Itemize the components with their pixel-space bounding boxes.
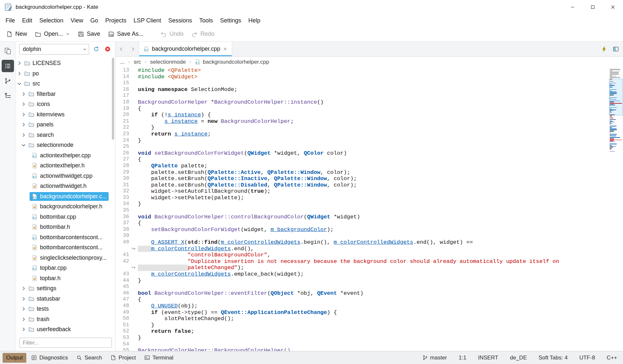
minimap[interactable]: [609, 67, 623, 351]
tree-item[interactable]: Hbottombarcontentscont...: [16, 242, 115, 253]
expand-arrow-icon[interactable]: [21, 286, 26, 291]
code-line[interactable]: 54: [115, 341, 609, 348]
code-line[interactable]: 27{: [115, 156, 609, 163]
git-branch[interactable]: master: [422, 355, 447, 361]
expand-arrow-icon[interactable]: [21, 91, 26, 97]
open-button[interactable]: Open...: [31, 28, 73, 40]
code-line[interactable]: 29 palette.setBrush(QPalette::Active, QP…: [115, 169, 609, 176]
menu-view[interactable]: View: [67, 16, 87, 26]
tree-item[interactable]: Hactionwithwidget.h: [16, 181, 115, 191]
input-mode[interactable]: INSERT: [478, 355, 498, 361]
toolview-terminal-button[interactable]: Terminal: [141, 353, 177, 363]
expand-arrow-icon[interactable]: [21, 296, 26, 302]
menu-go[interactable]: Go: [87, 16, 102, 26]
menu-projects[interactable]: Projects: [102, 16, 130, 26]
code-line[interactable]: 44}: [115, 278, 609, 284]
code-line[interactable]: 31 palette.setBrush(QPalette::Disabled, …: [115, 182, 609, 188]
collapse-arrow-icon[interactable]: [21, 142, 26, 148]
code-line[interactable]: 53}: [115, 335, 609, 341]
tree-item[interactable]: Htopbar.h: [16, 273, 115, 284]
minimap-viewport[interactable]: [609, 79, 623, 115]
tree-item[interactable]: kitemviews: [16, 110, 115, 120]
breadcrumb-collapsed[interactable]: ...: [120, 59, 125, 65]
menu-selection[interactable]: Selection: [36, 16, 67, 26]
tree-item[interactable]: C+actiontexthelper.cpp: [16, 150, 115, 161]
tab-backgroundcolorhelper[interactable]: C+ backgroundcolorhelper.cpp: [139, 42, 232, 56]
undo-button[interactable]: Undo: [157, 28, 187, 40]
code-line[interactable]: 14#include <QWidget>: [115, 74, 609, 80]
code-line[interactable]: 16using namespace SelectionMode;: [115, 86, 609, 93]
tree-item[interactable]: LICENSES: [16, 58, 115, 69]
toolview-diagnostics-button[interactable]: Diagnostics: [28, 353, 72, 363]
tree-item[interactable]: po: [16, 69, 115, 79]
tree-item[interactable]: Hbackgroundcolorhelper.h: [16, 202, 115, 212]
menu-edit[interactable]: Edit: [19, 16, 36, 26]
code-line[interactable]: 17: [115, 93, 609, 99]
cursor-position[interactable]: 1:1: [459, 355, 467, 361]
tree-item[interactable]: panels: [16, 120, 115, 130]
breadcrumb-file[interactable]: C+backgroundcolorhelper.cpp: [195, 59, 269, 65]
tree-item[interactable]: settings: [16, 283, 115, 294]
code-line[interactable]: 40 Q_ASSERT_X(std::find(m_colorControlle…: [115, 239, 609, 246]
toolview-output-button[interactable]: Output: [3, 353, 26, 363]
toolview-projects-button[interactable]: [2, 60, 14, 72]
breadcrumb-src[interactable]: src: [134, 59, 141, 65]
new-button[interactable]: New: [3, 28, 31, 40]
code-line[interactable]: 49 if (event->type() == QEvent::Applicat…: [115, 309, 609, 316]
code-line[interactable]: 46bool BackgroundColorHelper::eventFilte…: [115, 290, 609, 297]
expand-arrow-icon[interactable]: [17, 71, 22, 76]
tab-forward-button[interactable]: [127, 42, 139, 56]
tab-back-button[interactable]: [115, 42, 127, 56]
tree-item[interactable]: src: [16, 79, 115, 89]
expand-arrow-icon[interactable]: [17, 60, 22, 66]
encoding[interactable]: UTF-8: [579, 355, 595, 361]
menu-tools[interactable]: Tools: [196, 16, 217, 26]
tree-item[interactable]: C+topbar.cpp: [16, 263, 115, 273]
code-line[interactable]: 35: [115, 207, 609, 214]
toolview-symbols-button[interactable]: [2, 90, 14, 102]
code-line[interactable]: 26void setBackgroundColorForWidget(QWidg…: [115, 150, 609, 157]
code-line[interactable]: ↪m_colorControlledWidgets.end(),: [115, 246, 609, 252]
code-line[interactable]: 43 m_colorControlledWidgets.emplace_back…: [115, 271, 609, 278]
code-line[interactable]: 47{: [115, 296, 609, 303]
tree-item[interactable]: tests: [16, 304, 115, 314]
reload-project-button[interactable]: [92, 45, 100, 53]
tree-item[interactable]: icons: [16, 99, 115, 110]
tree-item[interactable]: Hbottombar.h: [16, 222, 115, 232]
collapse-arrow-icon[interactable]: [17, 81, 22, 86]
toolview-documents-button[interactable]: [2, 45, 14, 57]
project-selector[interactable]: dolphin: [19, 44, 89, 55]
tree-item[interactable]: userfeedback: [16, 324, 115, 335]
menu-settings[interactable]: Settings: [217, 16, 245, 26]
breadcrumb-selectionmode[interactable]: selectionmode: [150, 59, 186, 65]
code-line[interactable]: 36void BackgroundColorHelper::controlBac…: [115, 214, 609, 220]
menu-lsp-client[interactable]: LSP Client: [130, 16, 165, 26]
code-line[interactable]: 51 }: [115, 322, 609, 329]
menu-file[interactable]: File: [2, 16, 19, 26]
tree-item[interactable]: Hsingleclickselectionproxy...: [16, 253, 115, 263]
code-line[interactable]: 55BackgroundColorHelper::BackgroundColor…: [115, 347, 609, 351]
tree-item[interactable]: filterbar: [16, 89, 115, 99]
code-line[interactable]: 41 "controlBackgroundColor",: [115, 252, 609, 258]
tab-close-icon[interactable]: [223, 46, 228, 51]
tree-scrollbar[interactable]: [112, 58, 114, 140]
code-line[interactable]: 23 return s_instance;: [115, 131, 609, 137]
split-view-icon[interactable]: [613, 46, 619, 52]
tree-item[interactable]: search: [16, 130, 115, 140]
lightning-icon[interactable]: [601, 46, 607, 52]
expand-arrow-icon[interactable]: [21, 306, 26, 312]
code-line[interactable]: 25: [115, 144, 609, 150]
tree-item[interactable]: C+actionwithwidget.cpp: [16, 171, 115, 181]
expand-arrow-icon[interactable]: [21, 327, 26, 332]
save-button[interactable]: Save: [74, 28, 104, 40]
expand-arrow-icon[interactable]: [21, 317, 26, 322]
code-line[interactable]: 20 if (!s_instance) {: [115, 112, 609, 118]
close-button[interactable]: [603, 0, 623, 14]
code-line[interactable]: ↪paletteChanged");: [115, 265, 609, 271]
code-line[interactable]: 39: [115, 233, 609, 239]
code-line[interactable]: 33 widget->setPalette(palette);: [115, 195, 609, 201]
code-line[interactable]: 15: [115, 80, 609, 86]
code-line[interactable]: 21 s_instance = new BackgroundColorHelpe…: [115, 118, 609, 125]
minimize-button[interactable]: [563, 0, 583, 14]
tree-item[interactable]: trash: [16, 314, 115, 325]
